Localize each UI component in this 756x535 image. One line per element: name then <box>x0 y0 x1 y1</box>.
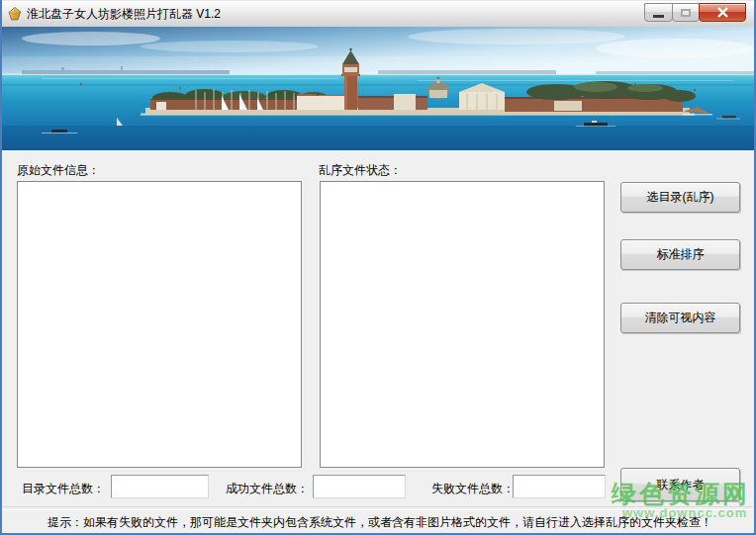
hint-text: 提示：如果有失败的文件，那可能是文件夹内包含系统文件，或者含有非图片格式的文件，… <box>47 514 750 531</box>
window: { "window": { "title": "淮北盘子女人坊影楼照片打乱器 V… <box>0 0 756 535</box>
app-icon <box>7 6 23 22</box>
success-total-input[interactable] <box>313 475 406 498</box>
maximize-icon <box>681 9 691 17</box>
success-total-label: 成功文件总数： <box>226 481 309 497</box>
window-controls <box>645 3 746 23</box>
contact-author-button[interactable]: 联系作者 <box>620 468 740 501</box>
close-icon <box>716 7 729 18</box>
dir-total-input[interactable] <box>111 475 209 498</box>
divider <box>3 506 753 510</box>
clear-view-button[interactable]: 清除可视内容 <box>620 303 740 333</box>
shuffled-status-label: 乱序文件状态： <box>319 162 402 179</box>
shuffled-status-listbox[interactable] <box>320 181 605 468</box>
window-title: 淮北盘子女人坊影楼照片打乱器 V1.2 <box>27 1 221 27</box>
original-files-listbox[interactable] <box>17 181 302 468</box>
standard-sort-button[interactable]: 标准排序 <box>620 239 740 270</box>
dir-total-label: 目录文件总数： <box>22 481 105 497</box>
select-directory-button[interactable]: 选目录(乱序) <box>620 182 740 213</box>
close-button[interactable] <box>699 3 746 22</box>
original-files-label: 原始文件信息： <box>17 162 100 179</box>
fail-total-input[interactable] <box>513 475 606 498</box>
fail-total-label: 失败文件总数： <box>431 481 515 497</box>
minimize-icon <box>653 15 664 18</box>
banner-image <box>2 27 754 150</box>
title-bar[interactable]: 淮北盘子女人坊影楼照片打乱器 V1.2 <box>0 0 756 27</box>
minimize-button[interactable] <box>644 3 673 22</box>
maximize-button[interactable] <box>672 3 700 22</box>
